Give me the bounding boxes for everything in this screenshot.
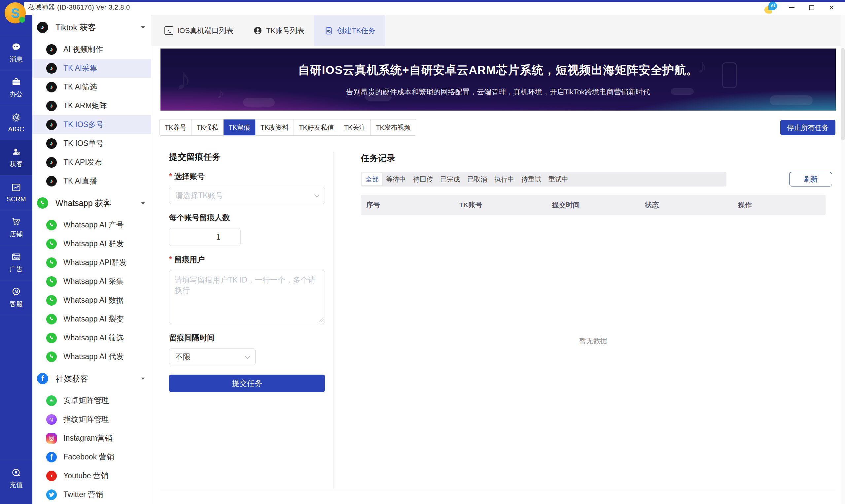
minimize-button[interactable]	[784, 0, 799, 15]
sidebar-item-tk-api-publish[interactable]: ♪TK API发布	[32, 153, 151, 172]
bottom-divider	[160, 489, 835, 489]
rail-label: 充值	[10, 481, 23, 489]
close-icon: ✕	[829, 5, 834, 11]
filter-pending-upload[interactable]: 待回传	[409, 173, 437, 185]
filter-retry-pending[interactable]: 待重试	[518, 173, 545, 185]
tab-ios-device-ports[interactable]: >_ IOS真机端口列表	[155, 15, 243, 46]
filter-running[interactable]: 执行中	[491, 173, 518, 185]
subtab-tk-follow[interactable]: TK关注	[339, 120, 371, 135]
acquire-customer-icon	[11, 147, 21, 157]
rail-item-office[interactable]: 办公	[0, 70, 32, 105]
scrollbar-track[interactable]	[841, 15, 845, 504]
sidebar-item-instagram[interactable]: Instagram营销	[32, 429, 151, 448]
sidebar-item-android-matrix[interactable]: 安卓矩阵管理	[32, 391, 151, 410]
trace-count-input[interactable]	[170, 229, 241, 246]
interval-select[interactable]: 不限	[169, 348, 256, 365]
rail-item-recharge[interactable]: ¥ 充值	[0, 460, 32, 497]
tk-account-select[interactable]: 请选择TK账号	[169, 187, 325, 204]
rail-item-aigc[interactable]: AI AIGC	[0, 105, 32, 140]
sidebar-item-wa-data[interactable]: Whatsapp AI 数据	[32, 291, 151, 310]
sidebar-item-youtube[interactable]: Youtube 营销	[32, 466, 151, 485]
resize-grip[interactable]	[319, 318, 323, 322]
whatsapp-icon	[46, 239, 57, 249]
sidebar-item-tk-ai-filter[interactable]: ♪TK AI筛选	[32, 77, 151, 96]
subtab-tk-trace[interactable]: TK留痕	[224, 120, 256, 135]
sidebar-item-label: Twitter 营销	[64, 489, 103, 500]
ai-assistant-icon[interactable]: Ai	[764, 2, 777, 14]
subtab-tk-friend-dm[interactable]: TK好友私信	[294, 120, 339, 135]
rail-label: 客服	[10, 300, 23, 309]
filter-all[interactable]: 全部	[362, 173, 382, 185]
select-placeholder: 请选择TK账号	[175, 191, 223, 201]
rail-item-messages[interactable]: 消息	[0, 35, 32, 70]
trace-users-wrap	[169, 270, 325, 324]
sidebar-item-wa-collect[interactable]: Whatsapp AI 采集	[32, 272, 151, 291]
youtube-icon	[46, 471, 57, 481]
task-filter-row: 全部 等待中 待回传 已完成 已取消 执行中 待重试 重试中 刷新	[361, 172, 832, 186]
rail-item-scrm[interactable]: SCRM	[0, 175, 32, 210]
sidebar-item-label: Whatsapp AI 筛选	[64, 333, 124, 343]
sidebar-group-tiktok[interactable]: ♪ Tiktok 获客	[32, 15, 151, 40]
stop-all-tasks-button[interactable]: 停止所有任务	[780, 120, 835, 135]
chart-icon	[11, 182, 21, 193]
sidebar-item-label: Whatsapp AI 代发	[64, 352, 124, 362]
filter-waiting[interactable]: 等待中	[382, 173, 409, 185]
twitter-icon	[46, 489, 57, 500]
task-records-panel: 任务记录 全部 等待中 待回传 已完成 已取消 执行中 待重试 重试中 刷新 序…	[361, 152, 832, 346]
status-filter-group: 全部 等待中 待回传 已完成 已取消 执行中 待重试 重试中	[361, 172, 726, 186]
sidebar-item-facebook[interactable]: f Facebook 营销	[32, 448, 151, 466]
banner-decoration	[722, 62, 737, 88]
sidebar-item-wa-fission[interactable]: Whatsapp AI 裂变	[32, 310, 151, 328]
sidebar-item-ai-video[interactable]: ♪AI 视频制作	[32, 40, 151, 59]
sidebar-item-tk-ios-single[interactable]: ♪TK IOS单号	[32, 134, 151, 153]
sidebar-group-whatsapp[interactable]: Whatsapp 获客	[32, 191, 151, 216]
sidebar-item-label: Youtube 营销	[64, 471, 108, 481]
tab-create-tk-task[interactable]: 创建TK任务	[314, 15, 385, 46]
sidebar-item-twitter[interactable]: Twitter 营销	[32, 485, 151, 504]
terminal-icon: >_	[164, 26, 173, 35]
subtab-tk-nurture[interactable]: TK养号	[160, 120, 192, 135]
whatsapp-icon	[46, 220, 57, 230]
whatsapp-icon	[46, 314, 57, 324]
rail-item-ads[interactable]: ADS 广告	[0, 245, 32, 280]
promo-banner: ♪ ♪ ♪ 自研IOS云真机系统+自研安卓云ARM芯片系统，短视频出海矩阵安全护…	[160, 49, 836, 111]
rail-item-service[interactable]: AI 客服	[0, 280, 32, 315]
svg-text:ADS: ADS	[13, 256, 19, 259]
required-mark: *	[169, 172, 172, 181]
submit-task-button[interactable]: 提交任务	[169, 375, 325, 392]
sidebar-group-social[interactable]: f 社媒获客	[32, 366, 151, 391]
filter-completed[interactable]: 已完成	[437, 173, 463, 185]
rail-item-acquire[interactable]: 获客	[0, 140, 32, 175]
sidebar-item-wa-mass-send[interactable]: Whatsapp AI 群发	[32, 234, 151, 253]
tab-label: IOS真机端口列表	[177, 26, 233, 36]
sidebar-item-tk-ai-live[interactable]: ♪TK AI直播	[32, 172, 151, 191]
scrollbar-thumb[interactable]	[841, 48, 845, 140]
sidebar-item-fingerprint-matrix[interactable]: 指纹矩阵管理	[32, 410, 151, 429]
tab-tk-accounts[interactable]: TK账号列表	[243, 15, 314, 46]
sidebar-item-tk-ai-collect[interactable]: ♪TK AI采集	[32, 59, 151, 77]
sidebar-item-tk-ios-multi[interactable]: ♪TK IOS多号	[32, 115, 151, 134]
maximize-button[interactable]	[804, 0, 819, 15]
subtab-tk-force-dm[interactable]: TK强私	[192, 120, 224, 135]
app-logo: S	[5, 2, 26, 23]
filter-cancelled[interactable]: 已取消	[463, 173, 491, 185]
trace-users-textarea[interactable]	[169, 270, 325, 324]
sidebar-item-wa-proxy-send[interactable]: Whatsapp AI 代发	[32, 347, 151, 366]
refresh-button[interactable]: 刷新	[789, 172, 832, 186]
subtab-tk-publish-video[interactable]: TK发布视频	[371, 120, 416, 135]
sidebar-item-wa-create[interactable]: Whatsapp AI 产号	[32, 216, 151, 234]
column-header-status: 状态	[640, 200, 733, 210]
rail-item-shop[interactable]: 店铺	[0, 210, 32, 245]
sidebar-item-label: Whatsapp AI 采集	[64, 276, 124, 287]
close-button[interactable]: ✕	[824, 0, 839, 15]
shop-cart-icon	[11, 217, 21, 227]
subtab-tk-edit-profile[interactable]: TK改资料	[256, 120, 294, 135]
sidebar-item-wa-api-mass[interactable]: Whatsapp API群发	[32, 253, 151, 272]
sidebar-menu: ♪ Tiktok 获客 ♪AI 视频制作 ♪TK AI采集 ♪TK AI筛选 ♪…	[32, 15, 151, 504]
sidebar-item-label: 指纹矩阵管理	[64, 414, 109, 425]
filter-retrying[interactable]: 重试中	[545, 173, 572, 185]
sidebar-item-wa-filter[interactable]: Whatsapp AI 筛选	[32, 328, 151, 347]
task-type-subtabs: TK养号 TK强私 TK留痕 TK改资料 TK好友私信 TK关注 TK发布视频	[159, 119, 416, 136]
sidebar-item-tk-arm-matrix[interactable]: ♪TK ARM矩阵	[32, 96, 151, 115]
sidebar-group-label: 社媒获客	[55, 373, 88, 384]
